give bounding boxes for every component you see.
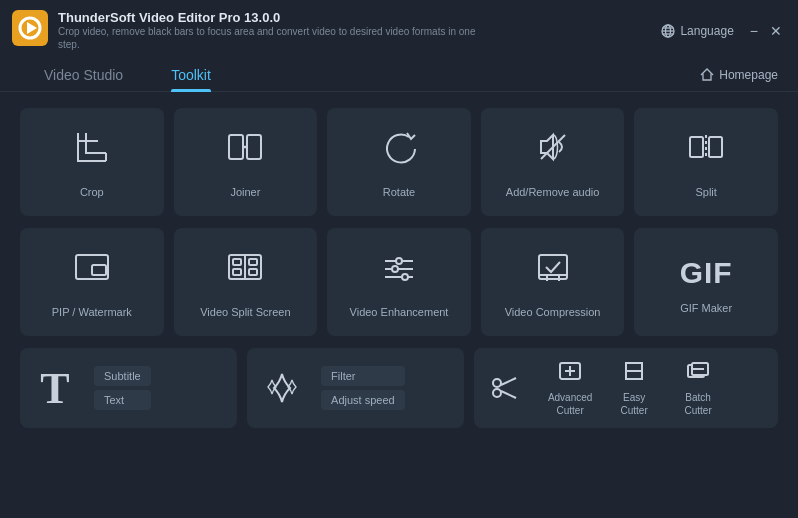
scissors-icon (474, 348, 534, 428)
tools-row-2: PIP / Watermark Video Split Screen Video… (20, 228, 778, 336)
tool-pip-label: PIP / Watermark (52, 306, 132, 318)
svg-rect-21 (233, 259, 241, 265)
text-icon: T (20, 348, 90, 428)
title-left: ThunderSoft Video Editor Pro 13.0.0 Crop… (12, 10, 478, 51)
svg-point-38 (493, 379, 501, 387)
close-button[interactable]: ✕ (770, 24, 782, 38)
tool-split-screen[interactable]: Video Split Screen (174, 228, 318, 336)
window-controls: − ✕ (750, 24, 782, 38)
homepage-button[interactable]: Homepage (700, 68, 778, 82)
tool-split[interactable]: Split (634, 108, 778, 216)
title-bar: ThunderSoft Video Editor Pro 13.0.0 Crop… (0, 0, 798, 59)
app-title-block: ThunderSoft Video Editor Pro 13.0.0 Crop… (58, 10, 478, 51)
tab-toolkit[interactable]: Toolkit (147, 59, 235, 91)
app-subtitle: Crop video, remove black bars to focus a… (58, 25, 478, 51)
tool-gif-maker[interactable]: GIF GIF Maker (634, 228, 778, 336)
advanced-cutter-icon (558, 359, 582, 387)
title-right: Language − ✕ (661, 24, 782, 38)
tool-gif-maker-label: GIF Maker (680, 302, 732, 314)
tabs-left: Video Studio Toolkit (20, 59, 235, 91)
batch-cutter-card[interactable]: BatchCutter (668, 359, 728, 417)
rotate-icon (379, 127, 419, 176)
app-title: ThunderSoft Video Editor Pro 13.0.0 (58, 10, 478, 25)
tool-rotate-label: Rotate (383, 186, 415, 198)
audio-icon (533, 127, 573, 176)
pip-watermark-icon (72, 247, 112, 296)
svg-point-30 (392, 266, 398, 272)
app-logo-icon (12, 10, 48, 46)
tools-row-3: T Subtitle Text Filter Adjust speed (20, 348, 778, 428)
tool-text-subtitle[interactable]: T Subtitle Text (20, 348, 237, 428)
cutter-labels: AdvancedCutter EasyCutter BatchCutter (534, 348, 734, 428)
advanced-cutter-label: AdvancedCutter (548, 391, 592, 417)
filter-speed-labels: Filter Adjust speed (317, 348, 405, 428)
easy-cutter-label: EasyCutter (621, 391, 648, 417)
tool-filter-speed[interactable]: Filter Adjust speed (247, 348, 464, 428)
svg-line-40 (501, 378, 516, 385)
tool-enhancement[interactable]: Video Enhancement (327, 228, 471, 336)
tool-crop[interactable]: Crop (20, 108, 164, 216)
easy-cutter-card[interactable]: EasyCutter (604, 359, 664, 417)
globe-icon (661, 24, 675, 38)
svg-rect-14 (690, 137, 703, 157)
text-label[interactable]: Text (94, 390, 151, 410)
crop-icon (72, 127, 112, 176)
tool-enhancement-label: Video Enhancement (350, 306, 449, 318)
minimize-button[interactable]: − (750, 24, 758, 38)
batch-cutter-icon (686, 359, 710, 387)
tool-joiner[interactable]: Joiner (174, 108, 318, 216)
tab-video-studio[interactable]: Video Studio (20, 59, 147, 91)
svg-rect-22 (233, 269, 241, 275)
easy-cutter-icon (622, 359, 646, 387)
tool-audio[interactable]: Add/Remove audio (481, 108, 625, 216)
home-icon (700, 68, 714, 82)
tool-audio-label: Add/Remove audio (506, 186, 600, 198)
gif-maker-icon: GIF (680, 250, 733, 292)
joiner-icon (225, 127, 265, 176)
text-subtitle-labels: Subtitle Text (90, 348, 151, 428)
filter-label[interactable]: Filter (321, 366, 405, 386)
svg-rect-18 (92, 265, 106, 275)
adjust-speed-label[interactable]: Adjust speed (321, 390, 405, 410)
svg-rect-10 (229, 135, 243, 159)
svg-point-39 (493, 389, 501, 397)
svg-rect-11 (247, 135, 261, 159)
advanced-cutter-card[interactable]: AdvancedCutter (540, 359, 600, 417)
sparkle-icon (264, 370, 300, 406)
tool-split-screen-label: Video Split Screen (200, 306, 290, 318)
filter-speed-icon (247, 348, 317, 428)
main-content: Crop Joiner Rotate Add/Remove audio (0, 92, 798, 444)
tool-crop-label: Crop (80, 186, 104, 198)
tool-split-label: Split (695, 186, 716, 198)
split-screen-icon (225, 247, 265, 296)
svg-rect-24 (249, 269, 257, 275)
tool-compression-label: Video Compression (505, 306, 601, 318)
svg-point-33 (402, 274, 408, 280)
svg-rect-23 (249, 259, 257, 265)
tool-rotate[interactable]: Rotate (327, 108, 471, 216)
subtitle-label[interactable]: Subtitle (94, 366, 151, 386)
gif-text: GIF (680, 256, 733, 289)
tool-compression[interactable]: Video Compression (481, 228, 625, 336)
enhancement-icon (379, 247, 419, 296)
tool-cutters[interactable]: AdvancedCutter EasyCutter BatchCutter (474, 348, 778, 428)
language-button[interactable]: Language (661, 24, 733, 38)
compression-icon (533, 247, 573, 296)
nav-tabs: Video Studio Toolkit Homepage (0, 59, 798, 92)
split-icon (686, 127, 726, 176)
tools-row-1: Crop Joiner Rotate Add/Remove audio (20, 108, 778, 216)
language-label: Language (680, 24, 733, 38)
svg-line-41 (501, 391, 516, 398)
svg-point-27 (396, 258, 402, 264)
batch-cutter-label: BatchCutter (685, 391, 712, 417)
tool-pip-watermark[interactable]: PIP / Watermark (20, 228, 164, 336)
svg-rect-15 (709, 137, 722, 157)
tool-joiner-label: Joiner (230, 186, 260, 198)
homepage-label: Homepage (719, 68, 778, 82)
